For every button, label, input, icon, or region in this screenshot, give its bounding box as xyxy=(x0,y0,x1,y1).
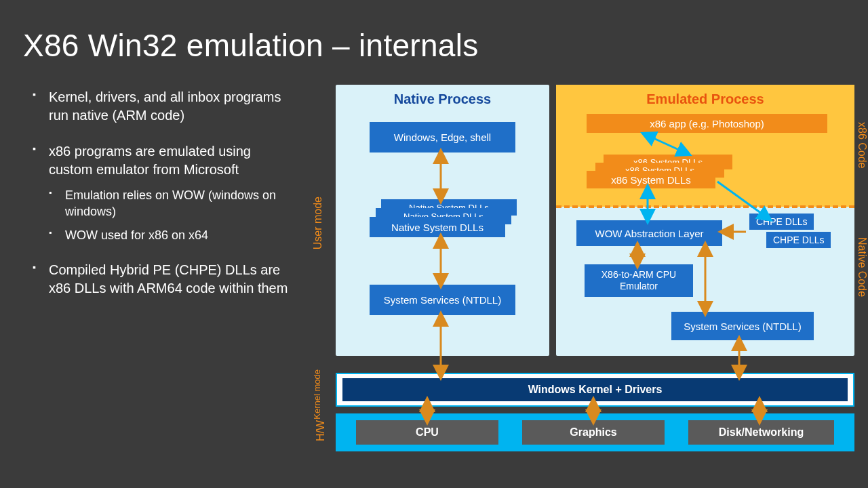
architecture-diagram: User mode Kernel mode H/W x86 Code Nativ… xyxy=(305,81,861,474)
bullet-2: x86 programs are emulated using custom e… xyxy=(33,142,290,243)
slide-title: X86 Win32 emulation – internals xyxy=(23,27,479,64)
box-native-ntdll: System Services (NTDLL) xyxy=(370,285,515,315)
emul-title: Emulated Process xyxy=(556,85,854,107)
label-user-mode: User mode xyxy=(312,197,324,249)
label-hw: H/W xyxy=(315,420,327,441)
bullet-1: Kernel, drivers, and all inbox programs … xyxy=(33,88,290,125)
dashed-separator xyxy=(556,205,854,208)
label-x86-code: x86 Code xyxy=(856,122,868,169)
box-disk-net: Disk/Networking xyxy=(688,420,834,445)
box-chpe-1: CHPE DLLs xyxy=(749,214,814,230)
bullet-2a: Emulation relies on WOW (windows on wind… xyxy=(49,187,290,220)
box-x86-dll-a: x86 System DLLs xyxy=(587,171,715,188)
box-kernel: Windows Kernel + Drivers xyxy=(342,378,848,401)
bullet-list: Kernel, drivers, and all inbox programs … xyxy=(33,88,290,315)
box-emul-ntdll: System Services (NTDLL) xyxy=(671,312,814,340)
native-title: Native Process xyxy=(336,85,549,107)
box-chpe-2: CHPE DLLs xyxy=(766,232,831,248)
box-native-apps: Windows, Edge, shell xyxy=(370,122,515,152)
box-cpu: CPU xyxy=(356,420,498,445)
box-native-dll-a: Native System DLLs xyxy=(370,217,505,237)
bullet-2b: WOW used for x86 on x64 xyxy=(49,227,290,243)
box-graphics: Graphics xyxy=(522,420,665,445)
label-kernel-mode: Kernel mode xyxy=(312,369,322,420)
label-native-code: Native Code xyxy=(856,237,868,297)
box-cpu-emulator: X86-to-ARM CPU Emulator xyxy=(585,264,693,297)
box-wow: WOW Abstraction Layer xyxy=(576,220,722,246)
bullet-3: Compiled Hybrid PE (CHPE) DLLs are x86 D… xyxy=(33,261,290,298)
bullet-2-text: x86 programs are emulated using custom e… xyxy=(49,144,251,177)
box-x86-app: x86 app (e.g. Photoshop) xyxy=(587,114,827,133)
